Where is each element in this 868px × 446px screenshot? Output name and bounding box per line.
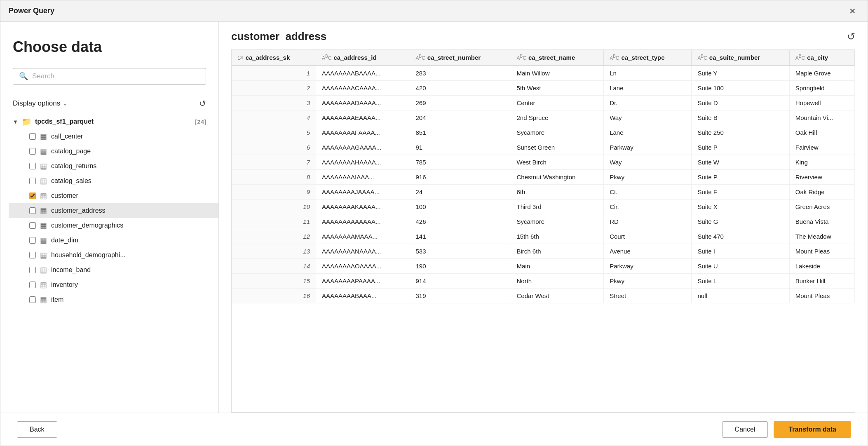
- table-row: 12AAAAAAAAMAAA...14115th 6thCourtSuite 4…: [232, 229, 855, 244]
- tree-item-label: customer_demographics: [51, 222, 123, 229]
- list-item[interactable]: ▦ household_demographi...: [9, 248, 218, 263]
- transform-data-button[interactable]: Transform data: [774, 421, 851, 438]
- table-icon: ▦: [40, 191, 47, 200]
- list-item[interactable]: ▦ customer_address: [9, 203, 218, 218]
- data-refresh-icon[interactable]: ↺: [847, 31, 855, 42]
- list-item[interactable]: ▦ customer: [9, 188, 218, 203]
- table-row: 9AAAAAAAAJAAAA...246thCt.Suite FOak Ridg…: [232, 185, 855, 200]
- table-row: 1AAAAAAAABAAAA...283Main WillowLnSuite Y…: [232, 66, 855, 81]
- tree-item-checkbox-customer_address[interactable]: [29, 207, 36, 214]
- tree-item-label: catalog_page: [51, 148, 91, 155]
- title-bar: Power Query ✕: [0, 0, 868, 22]
- data-panel: customer_address ↺ 1²³ca_address_sk ABCc…: [219, 22, 868, 413]
- table-row: 16AAAAAAAABAAA...319Cedar WestStreetnull…: [232, 289, 855, 303]
- tree-item-checkbox-item[interactable]: [29, 296, 36, 303]
- tree-item-checkbox-catalog_returns[interactable]: [29, 163, 36, 169]
- col-header-rownum: 1²³ca_address_sk: [232, 50, 316, 66]
- list-item[interactable]: ▦ income_band: [9, 263, 218, 277]
- tree-item-label: item: [51, 296, 63, 303]
- table-icon: ▦: [40, 251, 47, 260]
- search-input[interactable]: [32, 72, 200, 80]
- table-row: 15AAAAAAAAPAAAA...914NorthPkwySuite LBun…: [232, 274, 855, 289]
- display-options-label: Display options: [13, 99, 60, 108]
- table-row: 6AAAAAAAAGAAAA...91Sunset GreenParkwaySu…: [232, 140, 855, 155]
- window-title: Power Query: [9, 7, 54, 15]
- tree-root[interactable]: ▼ 📁 tpcds_sf1_parquet [24]: [0, 114, 218, 129]
- search-icon: 🔍: [19, 72, 28, 81]
- table-body: 1AAAAAAAABAAAA...283Main WillowLnSuite Y…: [232, 66, 855, 303]
- table-icon: ▦: [40, 295, 47, 304]
- table-icon: ▦: [40, 132, 47, 141]
- table-icon: ▦: [40, 147, 47, 156]
- tree-item-label: income_band: [51, 266, 91, 274]
- table-icon: ▦: [40, 221, 47, 230]
- data-panel-title: customer_address: [231, 30, 326, 43]
- sidebar-refresh-icon[interactable]: ↺: [199, 99, 206, 108]
- bottom-right-buttons: Cancel Transform data: [722, 421, 851, 438]
- table-header-row: 1²³ca_address_sk ABCca_address_id ABCca_…: [232, 50, 855, 66]
- tree-item-label: call_center: [51, 133, 83, 140]
- cancel-button[interactable]: Cancel: [722, 421, 768, 438]
- close-button[interactable]: ✕: [846, 5, 859, 18]
- table-row: 14AAAAAAAAOAAAA...190MainParkwaySuite UL…: [232, 259, 855, 274]
- folder-icon: 📁: [21, 117, 32, 127]
- sidebar: Choose data 🔍 Display options ⌄ ↺ ▼ 📁: [0, 22, 219, 413]
- tree-item-checkbox-inventory[interactable]: [29, 282, 36, 288]
- tree-item-checkbox-customer[interactable]: [29, 192, 36, 199]
- chevron-down-icon[interactable]: ⌄: [63, 100, 68, 107]
- col-header-street-type: ABCca_street_type: [604, 50, 692, 66]
- display-options-row: Display options ⌄ ↺: [0, 93, 218, 114]
- sidebar-header: Choose data 🔍: [0, 22, 218, 93]
- col-header-suite-number: ABCca_suite_number: [692, 50, 789, 66]
- table-icon: ▦: [40, 162, 47, 171]
- tree-item-checkbox-household_demographi[interactable]: [29, 252, 36, 258]
- table-row: 5AAAAAAAAFAAAA...851SycamoreLaneSuite 25…: [232, 125, 855, 140]
- tree-collapse-arrow[interactable]: ▼: [13, 119, 18, 125]
- tree-item-checkbox-catalog_page[interactable]: [29, 148, 36, 155]
- search-box: 🔍: [13, 68, 206, 85]
- col-header-street-name: ABCca_street_name: [511, 50, 604, 66]
- tree-item-checkbox-customer_demographics[interactable]: [29, 222, 36, 229]
- bottom-bar: Back Cancel Transform data: [0, 413, 868, 446]
- tree-count: [24]: [195, 118, 206, 125]
- table-row: 13AAAAAAAANAAAA...533Birch 6thAvenueSuit…: [232, 244, 855, 259]
- list-item[interactable]: ▦ catalog_returns: [9, 159, 218, 174]
- table-row: 4AAAAAAAAEAAAA...2042nd SpruceWaySuite B…: [232, 110, 855, 125]
- list-item[interactable]: ▦ date_dim: [9, 233, 218, 248]
- tree-item-checkbox-date_dim[interactable]: [29, 237, 36, 244]
- col-header-city: ABCca_city: [789, 50, 854, 66]
- table-icon: ▦: [40, 265, 47, 275]
- tree-item-label: date_dim: [51, 237, 78, 244]
- col-header-street-number: ABCca_street_number: [410, 50, 511, 66]
- page-title: Choose data: [13, 38, 206, 56]
- tree-root-label: tpcds_sf1_parquet: [35, 118, 192, 125]
- table-row: 2AAAAAAAACAAAA...4205th WestLaneSuite 18…: [232, 81, 855, 96]
- data-table: 1²³ca_address_sk ABCca_address_id ABCca_…: [232, 50, 855, 303]
- main-area: Choose data 🔍 Display options ⌄ ↺ ▼ 📁: [0, 22, 868, 413]
- tree-item-label: inventory: [51, 281, 78, 289]
- list-item[interactable]: ▦ inventory: [9, 277, 218, 292]
- list-item[interactable]: ▦ call_center: [9, 129, 218, 144]
- table-row: 8AAAAAAAAIAAA...916Chestnut WashingtonPk…: [232, 170, 855, 185]
- list-item[interactable]: ▦ item: [9, 292, 218, 307]
- list-item[interactable]: ▦ customer_demographics: [9, 218, 218, 233]
- table-icon: ▦: [40, 176, 47, 185]
- content-area: Choose data 🔍 Display options ⌄ ↺ ▼ 📁: [0, 22, 868, 446]
- col-header-address-id: ABCca_address_id: [316, 50, 410, 66]
- back-button[interactable]: Back: [17, 421, 57, 438]
- table-row: 3AAAAAAAADAAAA...269CenterDr.Suite DHope…: [232, 96, 855, 110]
- tree-item-label: catalog_sales: [51, 177, 91, 185]
- table-icon: ▦: [40, 236, 47, 245]
- table-row: 11AAAAAAAAAAAAA...426SycamoreRDSuite GBu…: [232, 214, 855, 229]
- tree-item-checkbox-income_band[interactable]: [29, 267, 36, 273]
- data-panel-header: customer_address ↺: [231, 30, 855, 43]
- tree-item-label: customer_address: [51, 207, 106, 214]
- tree-item-checkbox-call_center[interactable]: [29, 133, 36, 140]
- power-query-window: Power Query ✕ Choose data 🔍 Display opti…: [0, 0, 868, 446]
- table-icon: ▦: [40, 280, 47, 289]
- list-item[interactable]: ▦ catalog_page: [9, 144, 218, 159]
- list-item[interactable]: ▦ catalog_sales: [9, 174, 218, 188]
- table-row: 10AAAAAAAAKAAAA...100Third 3rdCir.Suite …: [232, 200, 855, 214]
- tree-item-checkbox-catalog_sales[interactable]: [29, 178, 36, 184]
- tree-area: ▼ 📁 tpcds_sf1_parquet [24] ▦ call_center: [0, 114, 218, 413]
